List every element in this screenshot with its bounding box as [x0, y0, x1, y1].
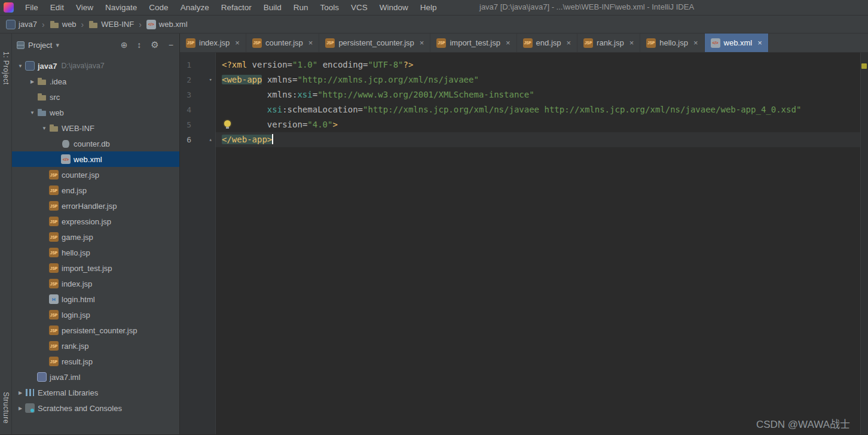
- tree-item-external-libraries[interactable]: ▶External Libraries: [12, 385, 179, 400]
- chevron-collapsed-icon[interactable]: ▶: [27, 79, 37, 84]
- menu-item-file[interactable]: File: [19, 0, 44, 15]
- close-tab-icon[interactable]: ×: [235, 38, 240, 47]
- close-tab-icon[interactable]: ×: [757, 38, 762, 47]
- gear-icon[interactable]: ⚙: [151, 39, 158, 50]
- menu-item-code[interactable]: Code: [143, 0, 174, 15]
- code-line-1[interactable]: <?xml version="1.0" encoding="UTF-8"?>: [216, 57, 868, 72]
- tree-item-expression-jsp[interactable]: JSPexpression.jsp: [12, 214, 179, 229]
- tree-item-login-html[interactable]: Hlogin.html: [12, 291, 179, 307]
- tool-window-button-structure[interactable]: Structure: [2, 392, 10, 424]
- breadcrumb-item-java7[interactable]: java7: [5, 20, 38, 29]
- breadcrumb-item-web-xml[interactable]: </>web.xml: [145, 20, 189, 29]
- menu-item-window[interactable]: Window: [374, 0, 414, 15]
- editor-scrollbar[interactable]: [860, 53, 868, 434]
- menu-item-vcs[interactable]: VCS: [345, 0, 374, 15]
- inspection-marker-icon[interactable]: [861, 63, 867, 69]
- editor-code[interactable]: <?xml version="1.0" encoding="UTF-8"?><w…: [216, 53, 868, 434]
- hide-panel-icon[interactable]: −: [169, 40, 173, 50]
- code-line-4[interactable]: xsi:schemaLocation="http://xmlns.jcp.org…: [216, 102, 868, 117]
- line-number: 2: [187, 75, 191, 84]
- editor[interactable]: 12▾3456▴ <?xml version="1.0" encoding="U…: [180, 53, 868, 434]
- xml-icon: </>: [61, 154, 71, 164]
- tree-item-idea[interactable]: ▶.idea: [12, 74, 179, 89]
- chevron-collapsed-icon[interactable]: ▶: [16, 406, 25, 411]
- tree-item-counter-db[interactable]: counter.db: [12, 136, 179, 151]
- tree-item-rank-jsp[interactable]: JSPrank.jsp: [12, 338, 179, 354]
- tab-persistent-counter-jsp[interactable]: JSPpersistent_counter.jsp×: [319, 34, 430, 52]
- jsp-icon: JSP: [49, 217, 59, 226]
- tree-item-web[interactable]: ▼web: [12, 105, 179, 120]
- folder-icon: [88, 20, 98, 29]
- tree-item-import-test-jsp[interactable]: JSPimport_test.jsp: [12, 260, 179, 276]
- tab-web-xml[interactable]: </>web.xml×: [705, 34, 769, 52]
- breadcrumb-label: java7: [19, 20, 37, 29]
- fold-marker-icon[interactable]: ▴: [209, 132, 212, 147]
- web-folder-icon: [37, 108, 47, 117]
- code-token: </web-app>: [222, 135, 272, 144]
- tree-item-game-jsp[interactable]: JSPgame.jsp: [12, 229, 179, 245]
- tree-item-label: .idea: [50, 77, 66, 86]
- code-line-2[interactable]: <web-app xmlns="http://xmlns.jcp.org/xml…: [216, 72, 868, 87]
- code-line-5[interactable]: version="4.0">: [216, 117, 868, 132]
- locate-file-icon[interactable]: ⊕: [121, 40, 128, 50]
- close-tab-icon[interactable]: ×: [567, 38, 571, 47]
- menu-item-tools[interactable]: Tools: [314, 0, 346, 15]
- chevron-collapsed-icon[interactable]: ▶: [16, 390, 25, 396]
- chevron-expanded-icon[interactable]: ▼: [16, 63, 25, 69]
- chevron-expanded-icon[interactable]: ▼: [39, 126, 49, 131]
- close-tab-icon[interactable]: ×: [308, 38, 313, 47]
- collapse-all-icon[interactable]: ↕: [137, 40, 141, 50]
- close-tab-icon[interactable]: ×: [420, 38, 424, 47]
- code-token: "4.0": [307, 120, 332, 129]
- tree-item-login-jsp[interactable]: JSPlogin.jsp: [12, 307, 179, 323]
- close-tab-icon[interactable]: ×: [693, 38, 698, 47]
- menu-item-edit[interactable]: Edit: [44, 0, 70, 15]
- chevron-expanded-icon[interactable]: ▼: [27, 110, 37, 115]
- tree-item-result-jsp[interactable]: JSPresult.jsp: [12, 354, 179, 369]
- menu-item-analyze[interactable]: Analyze: [175, 0, 215, 15]
- text-caret: [272, 134, 273, 144]
- tree-item-java7-iml[interactable]: java7.iml: [12, 369, 179, 385]
- jsp-icon: JSP: [583, 38, 593, 48]
- db-icon: [62, 140, 69, 148]
- menu-item-view[interactable]: View: [70, 0, 99, 15]
- code-line-3[interactable]: xmlns:xsi="http://www.w3.org/2001/XMLSch…: [216, 87, 868, 102]
- jsp-icon: JSP: [49, 341, 59, 351]
- menu-item-help[interactable]: Help: [414, 0, 443, 15]
- tab-end-jsp[interactable]: JSPend.jsp×: [517, 34, 578, 52]
- tree-item-persistent-counter-jsp[interactable]: JSPpersistent_counter.jsp: [12, 323, 179, 338]
- tree-item-web-inf[interactable]: ▼WEB-INF: [12, 120, 179, 136]
- intention-bulb-icon[interactable]: [224, 120, 231, 127]
- tree-item-counter-jsp[interactable]: JSPcounter.jsp: [12, 167, 179, 182]
- menu-item-refactor[interactable]: Refactor: [215, 0, 258, 15]
- tree-item-label: rank.jsp: [62, 342, 89, 351]
- tree-item-web-xml[interactable]: </>web.xml: [12, 151, 179, 167]
- tab-index-jsp[interactable]: JSPindex.jsp×: [180, 34, 246, 52]
- menu-item-navigate[interactable]: Navigate: [99, 0, 143, 15]
- tree-item-java7[interactable]: ▼java7D:\java\java7: [12, 58, 179, 74]
- menu-item-build[interactable]: Build: [258, 0, 288, 15]
- fold-marker-icon[interactable]: ▾: [209, 72, 212, 87]
- breadcrumb-item-web-inf[interactable]: WEB-INF: [87, 20, 135, 29]
- close-tab-icon[interactable]: ×: [629, 38, 634, 47]
- menu-item-run[interactable]: Run: [288, 0, 314, 15]
- tool-window-button-project[interactable]: 1: Project: [2, 51, 10, 85]
- tab-import-test-jsp[interactable]: JSPimport_test.jsp×: [430, 34, 516, 52]
- project-view-selector[interactable]: Project ▾: [17, 41, 59, 50]
- tree-item-hello-jsp[interactable]: JSPhello.jsp: [12, 245, 179, 260]
- line-number: 3: [187, 90, 191, 99]
- xml-icon: </>: [146, 20, 156, 29]
- libraries-icon: [26, 389, 34, 396]
- project-icon: [25, 61, 35, 71]
- close-tab-icon[interactable]: ×: [506, 38, 511, 47]
- tree-item-src[interactable]: src: [12, 89, 179, 105]
- code-line-6[interactable]: </web-app>: [216, 132, 868, 147]
- tree-item-end-jsp[interactable]: JSPend.jsp: [12, 182, 179, 198]
- tab-counter-jsp[interactable]: JSPcounter.jsp×: [246, 34, 319, 52]
- tree-item-index-jsp[interactable]: JSPindex.jsp: [12, 276, 179, 291]
- tree-item-errorhandler-jsp[interactable]: JSPerrorHandler.jsp: [12, 198, 179, 214]
- tab-hello-jsp[interactable]: JSPhello.jsp×: [640, 34, 704, 52]
- tab-rank-jsp[interactable]: JSPrank.jsp×: [577, 34, 640, 52]
- breadcrumb-item-web[interactable]: web: [48, 20, 78, 29]
- tree-item-scratches-and-consoles[interactable]: ▶Scratches and Consoles: [12, 400, 179, 416]
